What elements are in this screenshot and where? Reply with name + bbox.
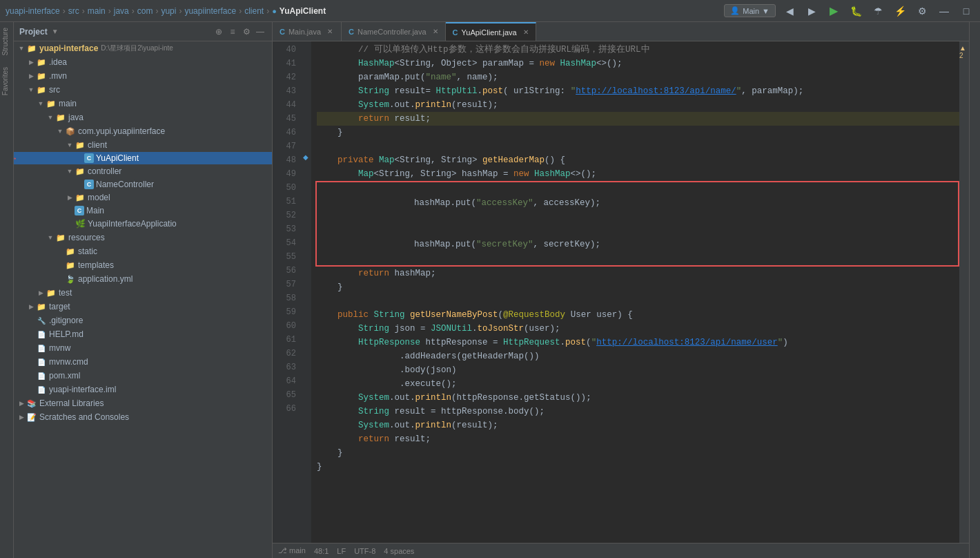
tree-item-test[interactable]: ▶ 📁 test xyxy=(14,286,272,300)
tree-item-src[interactable]: ▼ 📁 src xyxy=(14,83,272,97)
panel-dropdown-icon[interactable]: ▼ xyxy=(52,28,59,35)
code-line-65: } xyxy=(317,446,959,460)
tree-item-scratches[interactable]: ▶ 📝 Scratches and Consoles xyxy=(14,410,272,424)
tree-item-client[interactable]: ▼ 📁 client xyxy=(14,138,272,152)
folder-icon-mvn: 📁 xyxy=(36,70,47,81)
tree-arrow-controller: ▼ xyxy=(65,168,75,175)
git-button[interactable]: 👤 Main ▼ xyxy=(724,4,776,17)
extlib-icon: 📚 xyxy=(26,398,37,409)
tree-item-main[interactable]: ▼ 📁 main xyxy=(14,97,272,110)
panel-btn-close[interactable]: — xyxy=(254,26,266,38)
breadcrumb-file: YuApiClient xyxy=(280,6,326,16)
tree-item-idea[interactable]: ▶ 📁 .idea xyxy=(14,55,272,69)
panel-btn-gear[interactable]: ⚙ xyxy=(240,26,253,38)
tree-item-com[interactable]: ▼ 📦 com.yupi.yuapiinterface xyxy=(14,124,272,138)
tree-item-model[interactable]: ▶ 📁 model xyxy=(14,191,272,204)
tab-close-yuapiclient[interactable]: ✕ xyxy=(523,28,529,36)
minimize-button[interactable]: — xyxy=(936,3,952,19)
coverage-button[interactable]: ☂ xyxy=(870,3,886,19)
code-line-53: } xyxy=(317,280,959,294)
code-line-52: return hashMap; xyxy=(317,267,959,280)
run-button[interactable]: ▶ xyxy=(825,3,842,19)
panel-btn-localize[interactable]: ⊕ xyxy=(213,26,225,38)
tree-item-help[interactable]: 📄 HELP.md xyxy=(14,327,272,341)
breadcrumb-com[interactable]: com xyxy=(137,6,153,16)
breadcrumb-project[interactable]: yuapi-interface xyxy=(6,6,60,16)
code-line-43: String result= HttpUtil.post( urlString:… xyxy=(317,84,959,98)
tab-java-icon3: C xyxy=(453,28,458,37)
tree-item-templates[interactable]: 📁 templates xyxy=(14,258,272,272)
tree-label-idea: .idea xyxy=(49,57,67,67)
tree-label-static: static xyxy=(78,247,97,256)
folder-icon-test: 📁 xyxy=(46,287,57,298)
code-line-40: // 可以单独传入Http参数，这样参数会自动拼接URL编码，拼接在URL中 xyxy=(317,43,959,57)
panel-header: Project ▼ ⊕ ≡ ⚙ — xyxy=(14,22,272,41)
tab-close-main[interactable]: ✕ xyxy=(327,28,333,35)
tree-item-mvn[interactable]: ▶ 📁 .mvn xyxy=(14,69,272,83)
tab-java-icon: C xyxy=(280,28,285,36)
gutter: ◆ xyxy=(302,41,311,543)
tree-label-java: java xyxy=(68,113,84,122)
status-encoding: UTF-8 xyxy=(354,547,375,555)
mvnwcmd-icon: 📄 xyxy=(36,356,47,367)
breadcrumb-yuapiinterface[interactable]: yuapiinterface xyxy=(184,6,236,16)
tree-arrow-resources: ▼ xyxy=(46,234,55,241)
tab-close-namecontroller[interactable]: ✕ xyxy=(433,28,438,35)
tree-item-yuapiclient[interactable]: → C YuApiClient xyxy=(14,152,272,164)
tab-label-main: Main.java xyxy=(288,28,321,36)
back-button[interactable]: ◀ xyxy=(781,3,798,19)
favorites-label[interactable]: Favorites xyxy=(0,61,13,101)
breadcrumb-java[interactable]: java xyxy=(114,6,129,16)
tree-item-root[interactable]: ▼ 📁 yuapi-interface D:\星球项目2\yuapi-inte xyxy=(14,41,272,55)
forward-button[interactable]: ▶ xyxy=(803,3,820,19)
code-line-48: private Map<String, String> getHeaderMap… xyxy=(317,153,959,167)
tree-item-mvnw[interactable]: 📄 mvnw xyxy=(14,341,272,355)
debug-button[interactable]: 🐛 xyxy=(847,3,864,19)
profile-button[interactable]: ⚡ xyxy=(892,3,908,19)
tab-yuapiclient-java[interactable]: C YuApiClient.java ✕ xyxy=(446,22,536,41)
code-editor[interactable]: // 可以单独传入Http参数，这样参数会自动拼接URL编码，拼接在URL中 H… xyxy=(311,41,959,543)
tab-label-yuapiclient: YuApiClient.java xyxy=(462,28,517,37)
code-line-63: System.out.println(result); xyxy=(317,418,959,432)
code-line-62: String result = httpResponse.body(); xyxy=(317,405,959,418)
tree-item-namecontroller[interactable]: C NameController xyxy=(14,178,272,191)
tree-item-main-class[interactable]: C Main xyxy=(14,204,272,217)
tree-item-controller[interactable]: ▼ 📁 controller xyxy=(14,164,272,178)
code-line-66: } xyxy=(317,460,959,474)
breadcrumb-client[interactable]: client xyxy=(244,6,264,16)
tree-item-static[interactable]: 📁 static xyxy=(14,244,272,258)
tree-item-target[interactable]: ▶ 📁 target xyxy=(14,300,272,314)
tree-item-pomxml[interactable]: 📄 pom.xml xyxy=(14,369,272,383)
tree-item-mvnwcmd[interactable]: 📄 mvnw.cmd xyxy=(14,355,272,369)
tree-item-resources[interactable]: ▼ 📁 resources xyxy=(14,231,272,244)
tab-namecontroller-java[interactable]: C NameController.java ✕ xyxy=(342,22,446,41)
code-line-49: Map<String, String> hashMap = new HashMa… xyxy=(317,167,959,181)
top-bar: yuapi-interface › src › main › java › co… xyxy=(0,0,980,22)
red-arrow-icon: → xyxy=(14,153,18,164)
tree-arrow-com: ▼ xyxy=(55,128,65,135)
tab-main-java[interactable]: C Main.java ✕ xyxy=(273,22,342,41)
tree-item-extlib[interactable]: ▶ 📚 External Libraries xyxy=(14,396,272,410)
tree-item-appyml[interactable]: 🍃 application.yml xyxy=(14,272,272,286)
code-line-58: .addHeaders(getHeaderMap()) xyxy=(317,349,959,363)
breadcrumb-main[interactable]: main xyxy=(88,6,106,16)
maximize-button[interactable]: □ xyxy=(958,3,974,19)
tree-arrow-scratches: ▶ xyxy=(17,414,26,421)
tree-item-iml[interactable]: 📄 yuapi-interface.iml xyxy=(14,383,272,396)
panel-btn-collapse[interactable]: ≡ xyxy=(226,26,239,38)
tree-label-appyml: application.yml xyxy=(78,274,133,284)
tree-arrow-src: ▼ xyxy=(26,86,36,93)
tree-item-java[interactable]: ▼ 📁 java xyxy=(14,110,272,124)
breadcrumb-src[interactable]: src xyxy=(68,6,79,16)
folder-icon-target: 📁 xyxy=(36,301,47,312)
tree-arrow-client: ▼ xyxy=(65,142,75,148)
toolbar: 👤 Main ▼ ◀ ▶ ▶ 🐛 ☂ ⚡ ⚙ — □ xyxy=(724,3,974,19)
tree-item-yuapiapp[interactable]: 🌿 YuapiInterfaceApplicatio xyxy=(14,217,272,231)
tree-arrow-model: ▶ xyxy=(65,194,75,201)
structure-label[interactable]: Structure xyxy=(0,22,13,61)
settings-button[interactable]: ⚙ xyxy=(914,3,930,19)
code-line-57: HttpResponse httpResponse = HttpRequest.… xyxy=(317,336,959,349)
tree-item-gitignore[interactable]: 🔧 .gitignore xyxy=(14,314,272,327)
class-icon-namecontroller: C xyxy=(84,180,94,189)
breadcrumb-yupi[interactable]: yupi xyxy=(161,6,176,16)
